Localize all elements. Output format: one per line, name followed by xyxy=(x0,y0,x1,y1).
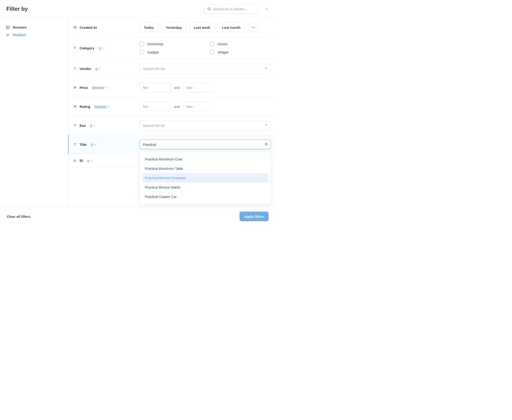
filter-label-col: Vendor is xyxy=(73,67,135,71)
operator-selector[interactable]: is xyxy=(91,142,96,146)
chevron-down-icon xyxy=(102,47,104,49)
svg-point-14 xyxy=(8,35,8,35)
checkbox-gadget[interactable]: Gadget xyxy=(140,50,201,54)
chevron-down-icon xyxy=(93,124,96,127)
filter-label-col: Rating between xyxy=(73,105,135,109)
svg-rect-6 xyxy=(9,26,9,27)
calendar-icon xyxy=(73,26,77,29)
svg-line-32 xyxy=(75,105,75,107)
text-icon xyxy=(73,124,77,127)
chevron-down-icon xyxy=(94,143,96,146)
title-suggestions: Practical Aluminum Coat Practical Alumin… xyxy=(140,151,271,204)
title-input[interactable] xyxy=(140,140,271,149)
operator-selector[interactable]: between xyxy=(92,86,108,89)
vendor-select[interactable] xyxy=(140,64,271,73)
filter-name: Category xyxy=(80,46,94,50)
filter-label-col: Created At xyxy=(73,26,135,30)
chevron-down-icon xyxy=(264,124,268,128)
filter-row-vendor: Vendor is xyxy=(69,59,275,78)
operator-selector[interactable]: is xyxy=(87,159,93,163)
preset-last-month[interactable]: Last month xyxy=(218,23,245,32)
preset-yesterday[interactable]: Yesterday xyxy=(161,23,186,32)
operator-text: is xyxy=(95,67,98,70)
svg-rect-11 xyxy=(8,28,8,29)
and-text: and xyxy=(174,86,180,90)
preset-today[interactable]: Today xyxy=(140,23,158,32)
suggestion-item[interactable]: Practical Aluminum Coat xyxy=(142,154,268,164)
checkbox-box[interactable] xyxy=(210,50,214,54)
checkbox-label: Gizmo xyxy=(217,42,227,46)
checkbox-box[interactable] xyxy=(210,42,214,46)
chevron-down-icon xyxy=(99,68,101,70)
filter-label-col: Price between xyxy=(73,86,135,90)
column-search-wrap xyxy=(204,4,259,14)
filter-row-title: Title is Practical Aluminum Coat Practic… xyxy=(68,135,275,154)
filter-controls xyxy=(140,64,271,73)
filter-controls: Today Yesterday Last week Last month xyxy=(140,23,271,32)
operator-selector[interactable]: between xyxy=(94,105,110,108)
suggestion-item[interactable]: Practical Copper Car xyxy=(142,192,268,201)
svg-line-1 xyxy=(210,10,210,10)
tag-icon xyxy=(73,159,77,163)
main: Created At Today Yesterday Last week Las… xyxy=(69,18,275,207)
sidebar-item-product[interactable]: Product xyxy=(5,31,63,39)
svg-line-29 xyxy=(75,86,76,89)
operator-selector[interactable]: is xyxy=(95,67,101,70)
text-icon xyxy=(73,46,77,50)
chevron-down-icon xyxy=(105,86,108,89)
filter-label-col: Ean is xyxy=(73,124,135,128)
filter-row-created-at: Created At Today Yesterday Last week Las… xyxy=(69,18,275,37)
preset-last-week[interactable]: Last week xyxy=(189,23,215,32)
filter-label-col: ID is xyxy=(73,158,135,163)
filter-row-ean: Ean is xyxy=(69,116,275,135)
filter-name: Created At xyxy=(80,26,97,30)
sidebar-item-reviews[interactable]: Reviews xyxy=(5,23,63,31)
filter-controls: and xyxy=(140,102,271,111)
more-presets-button[interactable] xyxy=(248,23,258,32)
text-icon xyxy=(73,67,77,70)
checkbox-box[interactable] xyxy=(140,50,144,54)
checkbox-label: Widget xyxy=(217,50,228,54)
svg-rect-10 xyxy=(6,28,7,29)
ean-select[interactable] xyxy=(140,121,271,130)
checkbox-widget[interactable]: Widget xyxy=(210,50,271,54)
apply-filters-button[interactable]: Apply filters xyxy=(240,212,269,221)
number-icon xyxy=(73,86,77,89)
chevron-down-icon xyxy=(108,105,110,108)
ean-search-input[interactable] xyxy=(140,121,271,130)
filter-name: Title xyxy=(80,142,87,146)
sidebar: Reviews Product xyxy=(0,18,69,207)
checkbox-box[interactable] xyxy=(140,42,144,46)
close-icon[interactable] xyxy=(264,7,269,11)
price-max-input[interactable] xyxy=(183,83,214,92)
suggestion-item[interactable]: Practical Bronze Computer xyxy=(142,173,268,183)
svg-rect-9 xyxy=(9,27,9,28)
filter-row-category: Category is Doohickey Gizmo xyxy=(69,37,275,59)
suggestion-item[interactable]: Practical Aluminum Table xyxy=(142,164,268,173)
chevron-down-icon xyxy=(90,159,93,162)
svg-rect-4 xyxy=(6,26,7,27)
operator-text: is xyxy=(91,142,93,146)
rating-min-input[interactable] xyxy=(140,102,171,111)
clear-all-filters[interactable]: Clear all filters xyxy=(7,215,31,218)
chevron-down-icon xyxy=(264,67,268,71)
filter-controls xyxy=(140,121,271,130)
filter-name: ID xyxy=(80,158,83,163)
info-icon[interactable] xyxy=(264,142,268,147)
vendor-search-input[interactable] xyxy=(140,64,271,73)
and-text: and xyxy=(174,105,180,109)
rating-max-input[interactable] xyxy=(183,102,214,111)
checkbox-gizmo[interactable]: Gizmo xyxy=(210,42,271,46)
checkbox-doohickey[interactable]: Doohickey xyxy=(140,42,201,46)
operator-text: is xyxy=(90,124,93,127)
operator-selector[interactable]: is xyxy=(90,124,96,127)
svg-rect-8 xyxy=(8,27,8,28)
suggestion-item[interactable]: Practical Bronze Watch xyxy=(142,183,268,192)
column-search-input[interactable] xyxy=(204,4,259,14)
operator-selector[interactable]: is xyxy=(99,46,104,50)
page-title: Filter by xyxy=(6,6,28,12)
filter-name: Rating xyxy=(80,105,90,109)
price-min-input[interactable] xyxy=(140,83,171,92)
svg-point-19 xyxy=(251,27,252,28)
operator-text: is xyxy=(99,46,101,50)
